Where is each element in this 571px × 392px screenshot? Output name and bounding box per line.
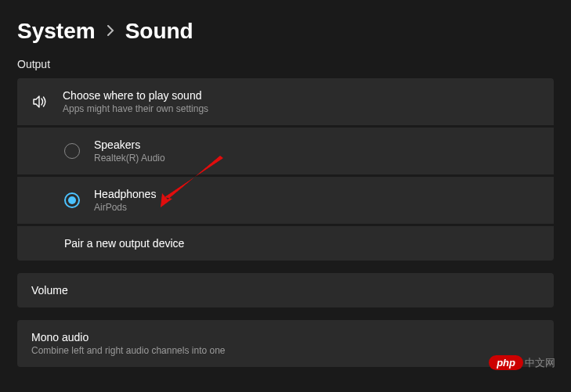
section-output-label: Output bbox=[0, 58, 571, 78]
radio-unchecked-icon[interactable] bbox=[64, 143, 80, 159]
device-name: Headphones bbox=[94, 188, 156, 200]
output-header-subtitle: Apps might have their own settings bbox=[63, 103, 208, 114]
mono-subtitle: Combine left and right audio channels in… bbox=[31, 345, 226, 356]
volume-card[interactable]: Volume bbox=[17, 273, 554, 307]
mono-audio-card[interactable]: Mono audio Combine left and right audio … bbox=[17, 320, 554, 367]
radio-checked-icon[interactable] bbox=[64, 192, 80, 208]
volume-title: Volume bbox=[31, 284, 68, 297]
device-name: Speakers bbox=[94, 138, 165, 151]
device-detail: Realtek(R) Audio bbox=[94, 153, 165, 164]
breadcrumb-parent-link[interactable]: System bbox=[17, 19, 96, 44]
output-header-card[interactable]: Choose where to play sound Apps might ha… bbox=[17, 78, 554, 125]
breadcrumb: System Sound bbox=[0, 0, 571, 58]
mono-title: Mono audio bbox=[31, 331, 226, 343]
output-header-title: Choose where to play sound bbox=[63, 89, 208, 102]
speaker-wave-icon bbox=[31, 93, 49, 110]
device-detail: AirPods bbox=[94, 202, 156, 213]
device-row-speakers[interactable]: Speakers Realtek(R) Audio bbox=[17, 128, 554, 174]
pair-device-row[interactable]: Pair a new output device bbox=[17, 226, 554, 261]
breadcrumb-current: Sound bbox=[125, 19, 193, 44]
pair-device-label: Pair a new output device bbox=[64, 237, 184, 250]
chevron-right-icon bbox=[107, 23, 114, 40]
device-row-headphones[interactable]: Headphones AirPods bbox=[17, 177, 554, 224]
